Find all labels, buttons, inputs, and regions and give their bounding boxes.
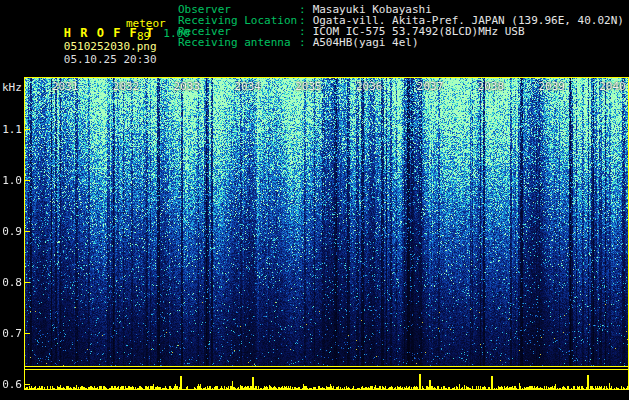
y-axis-label: 1.1: [1, 124, 22, 135]
x-axis-label: 2037: [417, 81, 444, 92]
x-axis-label: 2040: [599, 81, 626, 92]
x-axis-label: 2033: [174, 81, 201, 92]
x-axis-label: 2039: [538, 81, 565, 92]
y-axis-label: 0.6: [1, 379, 22, 390]
info-label: Receiving antenna: [178, 37, 299, 48]
title-row: H R O F F T1.00: [6, 3, 178, 16]
info-value: A504HB(yagi 4el): [313, 37, 419, 48]
x-axis-label: 2034: [234, 81, 261, 92]
x-axis-label: 2036: [356, 81, 383, 92]
header-left: H R O F F T1.00 0510252030.png meteor 05…: [6, 3, 178, 42]
y-tick: [25, 180, 30, 181]
info-separator: :: [299, 37, 306, 48]
y-tick: [25, 231, 30, 232]
header-info: Observer:Masayuki Kobayashi Receiving Lo…: [178, 4, 624, 48]
power-strip-canvas: [25, 370, 628, 389]
file-row: 0510252030.png meteor: [6, 16, 178, 29]
y-tick: [25, 333, 30, 334]
x-axis-label: 2032: [113, 81, 140, 92]
y-axis-label: 0.7: [1, 328, 22, 339]
echo-count: 89: [137, 30, 150, 43]
datetime-row: 05.10.25 20:30 89: [6, 29, 178, 42]
x-axis-label: 2038: [478, 81, 505, 92]
spectrogram-canvas: [25, 78, 628, 366]
y-axis-label: 0.9: [1, 226, 22, 237]
y-tick: [25, 384, 30, 385]
info-row-antenna: Receiving antenna:A504HB(yagi 4el): [178, 37, 624, 48]
y-axis-unit-label: kHz: [2, 81, 22, 94]
y-tick: [25, 129, 30, 130]
y-tick: [25, 282, 30, 283]
x-axis-label: 2031: [52, 81, 79, 92]
x-axis-label: 2035: [295, 81, 322, 92]
y-axis-label: 0.8: [1, 277, 22, 288]
hrofft-screen: H R O F F T1.00 0510252030.png meteor 05…: [0, 0, 629, 400]
datetime-label: 05.10.25 20:30: [64, 53, 157, 66]
y-axis-label: 1.0: [1, 175, 22, 186]
spectrogram-frame: [24, 77, 629, 390]
